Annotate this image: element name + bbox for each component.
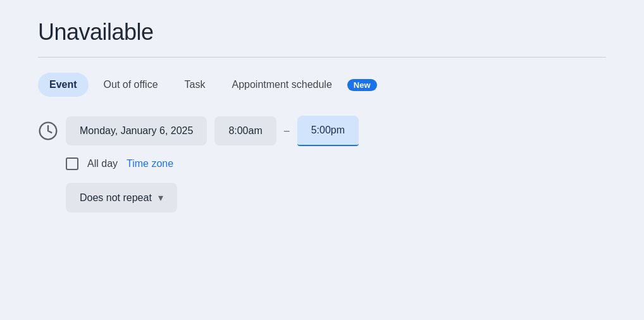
allday-row: All day Time zone [66,157,606,170]
repeat-label: Does not repeat [80,192,152,204]
start-time-button[interactable]: 8:00am [214,116,276,145]
timezone-link[interactable]: Time zone [127,158,173,169]
end-time-button[interactable]: 5:00pm [297,116,359,146]
tab-out-of-office[interactable]: Out of office [92,73,170,97]
clock-icon [38,121,58,141]
tab-appointment-schedule[interactable]: Appointment schedule [220,73,343,97]
page-title: Unavailable [38,19,606,46]
divider [38,57,606,58]
allday-checkbox[interactable] [66,157,78,170]
tab-event[interactable]: Event [38,73,89,97]
tab-appointment-wrapper: Appointment schedule New [220,73,376,97]
allday-label: All day [87,158,118,169]
chevron-down-icon: ▾ [158,192,163,204]
time-row: Monday, January 6, 2025 8:00am – 5:00pm [38,116,606,146]
date-button[interactable]: Monday, January 6, 2025 [66,116,207,145]
tab-task[interactable]: Task [173,73,217,97]
tab-bar: Event Out of office Task Appointment sch… [38,73,606,97]
repeat-button[interactable]: Does not repeat ▾ [66,183,177,212]
main-container: Unavailable Event Out of office Task App… [0,0,644,320]
time-dash: – [284,125,290,137]
new-badge: New [347,79,377,91]
repeat-row: Does not repeat ▾ [66,183,606,212]
